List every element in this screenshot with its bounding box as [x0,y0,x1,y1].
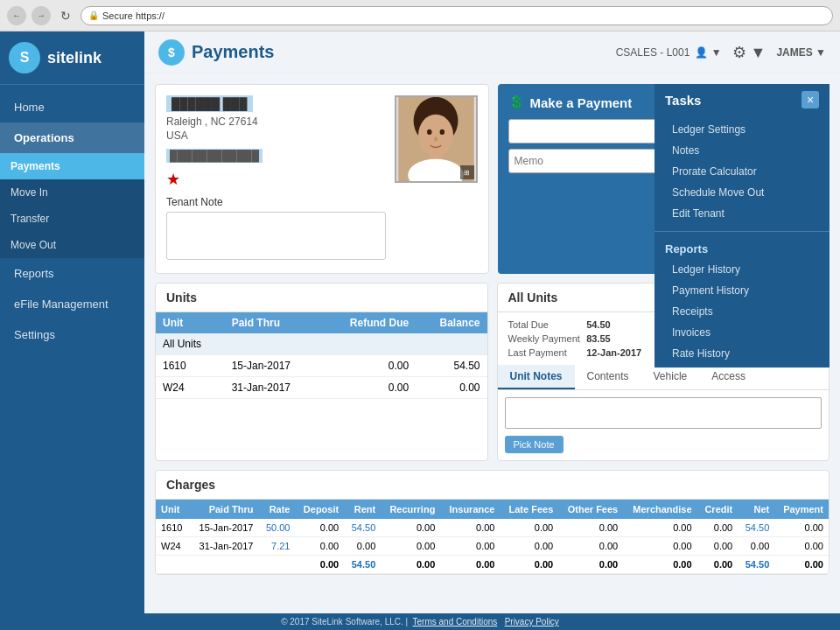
unit-1610: 1610 [156,355,225,377]
main-content: $ Payments CSALES - L001 👤 ▼ ⚙ ▼ JAMES ▼… [144,32,840,630]
col-paid-thru: Paid Thru [225,312,320,333]
tenant-country: USA [166,130,386,142]
unit-w24: W24 [156,377,225,399]
sidebar-sub-payments[interactable]: Payments [0,153,144,179]
sidebar-item-reports[interactable]: Reports [0,258,144,289]
svg-point-2 [418,115,453,156]
chg-paid-w24: 31-Jan-2017 [190,537,259,556]
tab-unit-notes[interactable]: Unit Notes [498,365,575,389]
tasks-section: Ledger Settings Notes Prorate Calculator… [654,116,830,228]
chg-rent-w24: 0.00 [344,537,381,556]
pick-note-button[interactable]: Pick Note [505,436,564,453]
tasks-close-button[interactable]: × [802,91,819,108]
chg-col-deposit: Deposit [295,500,344,519]
col-refund-due: Refund Due [320,312,416,333]
paid-thru-w24: 31-Jan-2017 [225,377,320,399]
units-row-w24[interactable]: W24 31-Jan-2017 0.00 0.00 [156,377,487,399]
task-ledger-history[interactable]: Ledger History [654,259,830,280]
col-unit: Unit [156,312,225,333]
chg-col-merchandise: Merchandise [623,500,696,519]
units-row-all[interactable]: All Units [156,333,487,355]
tab-vehicle[interactable]: Vehicle [641,365,700,389]
unit-all-label: All Units [156,333,225,355]
tenant-address: Raleigh , NC 27614 [166,116,386,128]
tools-button[interactable]: ⚙ ▼ [732,43,766,62]
chg-total-other: 0.00 [558,556,623,574]
logo-text: sitelink [47,49,102,67]
payment-icon: 💲 [508,94,525,110]
chg-rate-w24: 7.21 [258,537,295,556]
sidebar-item-efile[interactable]: eFile Management [0,289,144,319]
units-section: Units Unit Paid Thru Refund Due Balance [155,283,488,461]
refresh-button[interactable]: ↻ [56,6,75,25]
tab-access[interactable]: Access [699,365,758,389]
url-display: https:// [136,10,164,21]
units-title: Units [156,284,487,312]
sidebar-item-settings[interactable]: Settings [0,319,144,350]
chg-credit-w24: 0.00 [697,537,738,556]
chg-merch-1610: 0.00 [623,519,696,537]
chg-merch-w24: 0.00 [623,537,696,556]
payments-icon: $ [158,39,185,66]
total-due-label: Total Due [508,319,584,330]
chg-col-late-fees: Late Fees [500,500,558,519]
units-table: Unit Paid Thru Refund Due Balance All Un… [156,312,487,399]
secure-label: Secure [102,10,133,21]
tasks-reports-header: Reports [654,239,830,259]
chg-late-w24: 0.00 [500,537,558,556]
page-body: ██████ ███ Raleigh , NC 27614 USA ██████… [144,74,840,585]
charge-row-w24: W24 31-Jan-2017 7.21 0.00 0.00 0.00 0.00… [156,537,829,556]
tenant-phone: ████████████ [166,149,262,163]
chg-credit-1610: 0.00 [697,519,738,537]
chg-total-deposit: 0.00 [295,556,344,574]
footer-privacy-link[interactable]: Privacy Policy [505,617,559,626]
app-container: S sitelink Home Operations Payments Move… [0,32,840,630]
charges-section: Charges Unit Paid Thru Rate Deposit Rent… [155,470,830,575]
task-schedule-move-out[interactable]: Schedule Move Out [654,182,830,203]
store-selector[interactable]: CSALES - L001 👤 ▼ [616,46,722,59]
tab-contents[interactable]: Contents [575,365,641,389]
chg-total-credit: 0.00 [697,556,738,574]
sidebar-sub-transfer[interactable]: Transfer [0,206,144,232]
task-notes[interactable]: Notes [654,140,830,161]
tenant-name: ██████ ███ [166,95,253,112]
sidebar-sub-movein[interactable]: Move In [0,179,144,206]
back-button[interactable]: ← [7,6,26,25]
svg-point-4 [439,130,444,135]
chg-net-1610: 54.50 [738,519,774,537]
address-bar[interactable]: 🔒 Secure https:// [80,6,833,25]
units-row-1610[interactable]: 1610 15-Jan-2017 0.00 54.50 [156,355,487,377]
chg-unit-1610: 1610 [156,519,190,537]
sidebar-item-home[interactable]: Home [0,92,144,122]
sidebar-sub-moveout[interactable]: Move Out [0,232,144,258]
tasks-reports-section: Reports Ledger History Payment History R… [654,235,830,368]
task-payment-history[interactable]: Payment History [654,280,830,301]
chg-rate-1610: 50.00 [258,519,295,537]
chg-total-late: 0.00 [500,556,558,574]
task-prorate-calculator[interactable]: Prorate Calculator [654,161,830,182]
task-rate-history[interactable]: Rate History [654,343,830,364]
charge-row-1610: 1610 15-Jan-2017 50.00 0.00 54.50 0.00 0… [156,519,829,537]
task-invoices[interactable]: Invoices [654,322,830,343]
forward-button[interactable]: → [32,6,51,25]
user-button[interactable]: JAMES ▼ [776,46,826,59]
tenant-note-textarea[interactable] [166,212,386,260]
tenant-photo: ⊞ [395,95,478,183]
footer-terms-link[interactable]: Terms and Conditions [413,617,498,626]
chg-paid-1610: 15-Jan-2017 [190,519,259,537]
chg-col-insurance: Insurance [440,500,500,519]
photo-camera-icon[interactable]: ⊞ [460,165,474,179]
task-ledger-settings[interactable]: Ledger Settings [654,119,830,140]
balance-w24: 0.00 [416,377,486,399]
chg-net-w24: 0.00 [738,537,774,556]
refund-w24: 0.00 [320,377,416,399]
store-icon: 👤 ▼ [695,46,721,59]
tenant-card: ██████ ███ Raleigh , NC 27614 USA ██████… [155,84,489,274]
paid-thru-1610: 15-Jan-2017 [225,355,320,377]
col-balance: Balance [416,312,486,333]
photo-icons: ⊞ [460,165,474,179]
chg-col-payment: Payment [774,500,829,519]
task-receipts[interactable]: Receipts [654,301,830,322]
sidebar-item-operations[interactable]: Operations [0,122,144,153]
task-edit-tenant[interactable]: Edit Tenant [654,203,830,224]
